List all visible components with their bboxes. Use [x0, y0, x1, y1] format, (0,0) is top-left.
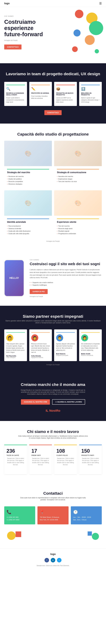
brands-section: Creiamo marchi che il mondo ama DesignSt…: [0, 374, 106, 421]
social-icon-facebook[interactable]: f: [45, 558, 49, 562]
build-cta-button[interactable]: SAPER DI PIÙ: [30, 289, 48, 294]
studio-card: 🎨 Identità aziendale RaccomandazioniSist…: [4, 190, 52, 238]
social-icon-twitter[interactable]: t: [57, 558, 61, 562]
studio-card-item: Guida allo stile della tipografia: [7, 232, 49, 235]
studio-card-img-icon: 🎨: [25, 200, 32, 206]
contact-card-line: 793 Weid Street, 23 Avenue,: [40, 516, 66, 518]
contact-card-line: Lun. - Ven. : 09:00 - 20:00: [73, 516, 99, 518]
studio-card-image: 🎨: [54, 141, 102, 166]
testimonial-name: Mattie Smith: [81, 353, 100, 354]
build-phone-wrapper: HELLO!: [4, 260, 24, 296]
studio-card-img-icon: 🎨: [25, 150, 32, 157]
about-text: Ante metus dictum at tempor commodo ulla…: [18, 435, 88, 439]
testimonials-img-label: Immagine da Freepik: [4, 364, 102, 366]
stat-card: 236 TAZZE DI CAFFÈ Sample text. Click to…: [4, 445, 27, 474]
brands-cta-primary[interactable]: AGGIUNGI AL NOSTRO CRM: [21, 399, 50, 405]
testimonial-bar: [31, 332, 50, 333]
shape-green2: [95, 49, 99, 54]
studio-card-image: 🎨: [4, 190, 52, 216]
team-card: ⬆️ MIGLIORA UN PRODOTTO Siamo in grado d…: [79, 82, 102, 106]
testimonial-role: Ingegneria sistema: [31, 357, 50, 358]
build-title: Costruisci oggi il sito web dei tuoi sog…: [30, 262, 102, 266]
contact-card-icon: 📞: [7, 510, 33, 514]
footer-social: fint: [4, 558, 102, 562]
studio-card-item: Ricerche degli utenti: [57, 227, 99, 230]
contact-card: 📞 +1 (256) 567-883+1 (256) 547-8350: [4, 506, 35, 524]
card-title: PROGETTA UN NUOVO PRODOTTO: [56, 92, 75, 96]
contact-grid: 📞 +1 (256) 567-883+1 (256) 547-8350 📍 79…: [4, 506, 102, 524]
contact-shape-1: [7, 532, 16, 540]
card-text: Scopri i punti deboli e comprendi il com…: [6, 97, 25, 103]
menu-icon[interactable]: ☰: [99, 2, 102, 5]
studio-card-item: Progettazione ambientale: [57, 232, 99, 235]
testimonial-text: Vitae torquent nibh a aenean mi auctor e…: [6, 343, 25, 353]
nostra-text: IL NostRo: [46, 409, 60, 412]
card-text: Crea il prototipo interattivo della tua …: [31, 95, 50, 99]
shape-green: [89, 21, 103, 35]
studio-card: 🎨 Esperienze utente Test del marchioRice…: [54, 190, 102, 238]
phone-inner: HELLO!: [5, 260, 24, 296]
team-cards-grid: 🔍 RICERCA LE ESIGENZE DEGLI UTENTI Scopr…: [4, 82, 102, 106]
studio-card-item: Esplorazione slogan: [57, 178, 99, 180]
testimonial-avatar: 👩: [81, 334, 88, 341]
stat-label: PREMI VINTI: [32, 454, 50, 456]
studio-card: 🎨 Strategia del marchio Revisione del ma…: [4, 141, 52, 188]
studio-card-image: 🎨: [4, 141, 52, 166]
studio-card-content: Identità aziendale RaccomandazioniSistem…: [4, 216, 52, 238]
contact-shape-2: [16, 532, 21, 537]
contact-card-line: +1 (256) 567-883: [7, 516, 33, 518]
build-content: CHI SIAMO Costruisci oggi il sito web de…: [30, 259, 102, 297]
social-icon-linkedin[interactable]: in: [51, 558, 55, 562]
team-card: 📦 PROGETTA UN NUOVO PRODOTTO Lavora con …: [54, 82, 77, 106]
contact-card: 📍 793 Weid Street, 23 Avenue,New York, N…: [37, 506, 68, 524]
studio-card-item: Test del marchio: [57, 225, 99, 227]
testimonials-title: Siamo partner esperti impegnati: [4, 314, 102, 319]
studio-card-content: Strategia del marchio Revisione del marc…: [4, 166, 52, 188]
hero-section: CHI SIAMO Costruiamo esperienze future-f…: [0, 7, 106, 63]
card-title: RICERCA LE ESIGENZE DEGLI UTENTI: [6, 92, 25, 96]
contact-shapes: [4, 528, 102, 540]
about-title: Chi siamo e il nostro lavoro: [4, 430, 102, 434]
contact-shape-3: [92, 533, 99, 540]
card-bar: [56, 85, 75, 85]
studio-card-list: Narrativa del marchioEsplorazione slogan…: [57, 175, 99, 183]
stat-text: Sample text. Click to select the text bo…: [81, 457, 100, 466]
card-text: Lavora con MVP con la migliore esperienz…: [56, 97, 75, 103]
card-icon: ⬆️: [81, 87, 100, 91]
studio-card-title: Strategia del marchio: [7, 171, 49, 174]
studio-card-content: Strategia di comunicazione Narrativa del…: [54, 166, 102, 186]
stats-grid: 236 TAZZE DI CAFFÈ Sample text. Click to…: [4, 445, 102, 474]
testimonial-avatar: 👩: [31, 334, 38, 341]
phone-hello-text: HELLO!: [10, 276, 19, 280]
contact-section: Contattaci Duis aute irure dolor in repr…: [0, 483, 106, 548]
brands-buttons: AGGIUNGI AL NOSTRO CRM ☆ GUARDA IL NOSTR…: [4, 399, 102, 405]
build-feature-item: • Supporto multilingua: [30, 284, 102, 286]
studio-card-item: Guida allo stile delle illustrazioni: [7, 230, 49, 232]
contact-card-line: +1 (256) 547-8350: [7, 518, 33, 521]
studio-card-item: Risultati segnali: [57, 230, 99, 232]
stat-number: 150: [81, 448, 100, 454]
studio-card-item: Tono del marchio e la voce: [57, 180, 99, 183]
team-cta-button[interactable]: CONTATTACI: [44, 110, 62, 115]
studio-card-image: 🎨: [54, 190, 102, 216]
team-card: 🔍 RICERCA LE ESIGENZE DEGLI UTENTI Scopr…: [4, 82, 27, 106]
card-bar: [31, 85, 50, 85]
testimonial-card: 👨 Egestas aliquam velit pulvinar digniss…: [54, 330, 77, 361]
card-text: Siamo in grado di ogni categoria utilizz…: [81, 97, 100, 103]
studio-section: Capacità dello studio di progettazione 🎨…: [0, 124, 106, 250]
team-cta-wrapper: CONTATTACI: [4, 110, 102, 115]
studio-card: 🎨 Strategia di comunicazione Narrativa d…: [54, 141, 102, 188]
studio-card-img-icon: 🎨: [74, 150, 81, 157]
hero-cta-button[interactable]: CONTATTACI: [4, 44, 22, 50]
build-label: CHI SIAMO: [30, 259, 102, 261]
studio-card-item: Sistema di identità: [7, 227, 49, 230]
stat-label: TAZZE DI CAFFÈ: [7, 454, 25, 456]
about-section: Chi siamo e il nostro lavoro Ante metus …: [0, 421, 106, 483]
contact-subtitle: Duis aute irure dolor in reprehenderit i…: [18, 497, 88, 501]
brands-cta-secondary[interactable]: ☆ GUARDA IL NOSTRO LAVORO: [52, 399, 85, 405]
testimonial-avatar: 👨: [56, 334, 63, 341]
build-section: HELLO! CHI SIAMO Costruisci oggi il sito…: [0, 250, 106, 306]
contact-card: 🕐 Lun. - Ven. : 09:00 - 20:00Sab., Dom.:…: [71, 506, 102, 524]
testimonial-role: Capo Designer: [6, 357, 25, 358]
team-title: Lavoriamo in team di progetto dedicati, …: [4, 72, 102, 76]
